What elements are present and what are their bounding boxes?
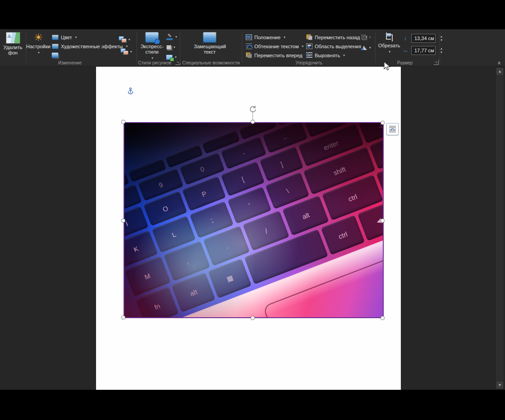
position-label: Положение — [254, 35, 280, 40]
document-page[interactable]: ·········890-←+12IOP[]enter45KL;'\shift▲… — [96, 67, 401, 390]
crop-label: Обрезать — [378, 43, 400, 48]
wrap-text-label: Обтекание текстом — [254, 44, 299, 49]
chevron-down-icon: ▾ — [284, 36, 285, 39]
separator — [375, 32, 376, 63]
resize-handle-left[interactable] — [121, 219, 125, 223]
wrap-text-icon — [246, 43, 252, 49]
chevron-down-icon: ▾ — [129, 38, 130, 41]
quick-styles-icon — [145, 32, 159, 43]
chevron-down-icon: ▾ — [38, 50, 40, 55]
bring-forward-icon — [246, 52, 252, 58]
change-picture-button[interactable]: ▾ — [118, 35, 131, 44]
rotate-objects-icon — [361, 45, 367, 50]
compress-picture-button[interactable] — [50, 51, 60, 59]
bring-forward-button[interactable]: Переместить вперед ▾ — [244, 51, 311, 59]
wrap-text-button[interactable]: Обтекание текстом ▾ — [244, 42, 305, 50]
object-anchor-icon — [127, 87, 134, 95]
scroll-up-button[interactable]: ▲ — [496, 68, 503, 75]
resize-handle-right[interactable] — [381, 219, 385, 223]
group-objects-icon — [361, 34, 367, 40]
document-canvas: ·········890-←+12IOP[]enter45KL;'\shift▲… — [0, 67, 505, 390]
chevron-down-icon: ▾ — [175, 35, 177, 39]
artistic-effects-icon — [52, 44, 59, 49]
remove-background-label: Удалить фон — [2, 45, 24, 55]
rotation-handle[interactable] — [248, 105, 257, 114]
ribbon-picture-format: Удалить фон ☀ Настройки ▾ Цвет ▾ Художес… — [0, 29, 505, 67]
scroll-down-button[interactable]: ▼ — [496, 382, 503, 388]
separator — [180, 32, 180, 63]
artistic-effects-label: Художественные эффекты — [61, 44, 123, 49]
corrections-button[interactable]: ☀ Настройки ▾ — [27, 31, 50, 61]
vertical-scrollbar[interactable]: ▲ ▼ — [496, 68, 504, 389]
picture-effects-button[interactable]: ▾ — [165, 43, 176, 51]
resize-handle-top-center[interactable] — [251, 120, 255, 124]
reset-picture-button[interactable]: ▾ — [120, 47, 133, 56]
chevron-down-icon: ▾ — [302, 45, 304, 48]
remove-background-icon — [6, 32, 20, 44]
group-label-adjust: Изменение — [45, 60, 95, 65]
wrap-text-icon — [388, 125, 397, 133]
resize-handle-top-right[interactable] — [381, 121, 385, 125]
selected-picture[interactable]: ·········890-←+12IOP[]enter45KL;'\shift▲… — [124, 122, 384, 318]
crop-icon — [384, 32, 394, 42]
crop-button[interactable]: Обрезать ▾ — [378, 31, 400, 61]
quick-styles-button[interactable]: Экспресс-стили ▾ — [139, 31, 165, 61]
chevron-down-icon: ▾ — [369, 36, 371, 39]
reset-picture-icon — [121, 49, 128, 55]
backlight-glow — [124, 123, 383, 317]
separator — [440, 32, 440, 63]
group-objects-button[interactable]: ▾ — [360, 33, 372, 41]
shape-height-input[interactable]: 13,34 см — [411, 34, 436, 43]
send-backward-label: Переместить назад — [315, 35, 360, 40]
position-icon — [246, 34, 252, 40]
shape-height-row: ↕ 13,34 см ▲ ▼ — [400, 34, 445, 42]
shape-width-row: ↔ 17,77 см ▲ ▼ — [400, 46, 445, 55]
quick-styles-label: Экспресс-стили — [139, 44, 165, 55]
chevron-down-icon: ▾ — [175, 55, 177, 59]
collapse-ribbon-button[interactable]: ∧ — [495, 60, 503, 66]
chevron-down-icon: ▾ — [174, 46, 175, 49]
change-picture-icon — [119, 37, 126, 42]
app-window: Удалить фон ☀ Настройки ▾ Цвет ▾ Художес… — [0, 0, 505, 420]
alt-text-button[interactable]: Замещающий текст — [194, 31, 225, 61]
alt-text-icon — [203, 32, 216, 43]
separator — [242, 32, 242, 63]
chevron-down-icon: ▾ — [75, 36, 77, 39]
chevron-down-icon: ▾ — [389, 49, 390, 55]
color-label: Цвет — [61, 35, 72, 40]
corrections-label: Настройки — [26, 44, 50, 49]
chevron-down-icon: ▾ — [369, 46, 371, 50]
picture-effects-icon — [166, 45, 171, 50]
layout-options-button[interactable] — [386, 123, 399, 135]
chevron-down-icon: ▾ — [343, 54, 345, 57]
send-backward-icon — [306, 34, 312, 40]
remove-background-button[interactable]: Удалить фон — [1, 31, 25, 61]
bring-forward-label: Переместить вперед — [254, 53, 303, 58]
align-label: Выровнять — [315, 53, 340, 58]
send-backward-button[interactable]: Переместить назад ▾ — [305, 33, 369, 41]
alt-text-label: Замещающий текст — [194, 44, 225, 55]
resize-handle-top-left[interactable] — [121, 120, 125, 124]
picture-border-button[interactable]: ✎ ▾ — [165, 32, 178, 41]
mouse-cursor — [384, 61, 394, 75]
resize-handle-bottom-center[interactable] — [251, 316, 255, 320]
align-button[interactable]: Выровнять ▾ — [305, 51, 346, 59]
selection-pane-label: Область выделения — [315, 44, 361, 49]
resize-handle-bottom-left[interactable] — [121, 315, 125, 320]
artistic-effects-button[interactable]: Художественные эффекты ▾ — [50, 42, 129, 50]
resize-handle-bottom-right[interactable] — [381, 316, 385, 320]
selection-pane-button[interactable]: Область выделения — [305, 42, 363, 50]
color-button[interactable]: Цвет ▾ — [50, 33, 78, 41]
picture-layout-icon — [166, 55, 173, 60]
align-icon — [306, 52, 312, 58]
position-button[interactable]: Положение ▾ — [244, 33, 287, 41]
dialog-launcher-icon[interactable]: ↘ — [434, 60, 439, 65]
shape-height-icon: ↕ — [402, 35, 409, 41]
selection-pane-icon — [306, 43, 312, 49]
rotate-objects-button[interactable]: ▾ — [360, 43, 372, 52]
shape-width-input[interactable]: 17,77 см — [411, 46, 436, 55]
chevron-down-icon: ▾ — [130, 50, 132, 54]
sun-icon: ☀ — [34, 32, 43, 43]
compress-picture-icon — [52, 53, 58, 58]
group-label-accessibility: Специальные возможности — [180, 60, 242, 65]
